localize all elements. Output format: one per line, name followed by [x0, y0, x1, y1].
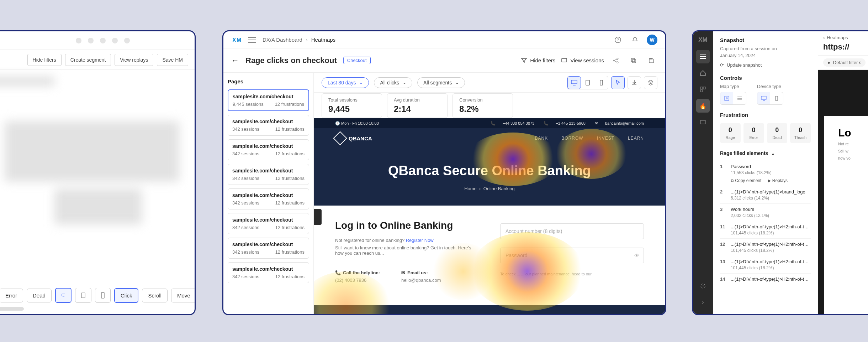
element-item[interactable]: 1Password11,553 clicks (18.2%)⧉ Copy ele…: [720, 161, 811, 186]
rail-item-settings[interactable]: [696, 279, 710, 293]
nav-item: BANK: [535, 136, 548, 141]
page-card[interactable]: samplesite.com/checkout342 sessions12 fr…: [228, 188, 309, 209]
error-button[interactable]: Error: [0, 289, 23, 302]
filters-row: Last 30 days⌄ All clicks⌄ All segments⌄: [314, 73, 665, 93]
window-center: XM DX/A Dashboard › Heatmaps ? W ← Rage …: [222, 30, 666, 315]
desktop-icon[interactable]: [55, 288, 72, 303]
svg-rect-2: [81, 293, 85, 298]
tab-dot[interactable]: [100, 38, 106, 43]
view-sessions-button[interactable]: View sessions: [561, 57, 604, 64]
rail-item-heatmap[interactable]: 🔥: [696, 99, 710, 113]
list-icon[interactable]: [733, 92, 746, 104]
chevron-down-icon: ⌄: [455, 80, 459, 85]
hide-filters-button[interactable]: Hide filters: [27, 54, 62, 66]
heatmap-icon[interactable]: [720, 92, 733, 104]
svg-point-10: [617, 58, 618, 59]
layers-icon[interactable]: [644, 76, 657, 89]
download-icon[interactable]: [628, 76, 641, 89]
snapshot-heading: Snapshot: [720, 37, 811, 43]
clicks-filter[interactable]: All clicks⌄: [374, 77, 412, 88]
element-item[interactable]: 14...(1)>DIV:nth-of-type(1)>H2:nth-of-ty…: [720, 274, 811, 286]
rail-item-menu[interactable]: [696, 50, 710, 63]
page-card[interactable]: samplesite.com/checkout342 sessions12 fr…: [228, 238, 309, 259]
tablet-icon[interactable]: [581, 76, 594, 89]
scroll-button[interactable]: Scroll: [142, 289, 168, 302]
mobile-icon[interactable]: [770, 92, 783, 104]
rail-item-home[interactable]: [696, 66, 710, 80]
view-replays-button[interactable]: View replays: [115, 54, 153, 66]
tab-dot[interactable]: [124, 38, 130, 43]
stat-total-sessions: Total sessions9,445: [322, 93, 382, 118]
svg-rect-25: [703, 87, 705, 89]
svg-point-11: [617, 62, 618, 63]
element-item[interactable]: 2...(1)>DIV:nth-of-type(1)>brand_logo6,3…: [720, 186, 811, 204]
expand-rail-icon[interactable]: ›: [696, 296, 710, 309]
date-filter[interactable]: Last 30 days⌄: [322, 77, 369, 88]
update-snapshot-button[interactable]: ⟳Update snapshot: [720, 62, 811, 68]
element-item[interactable]: 12...(1)>DIV:nth-of-type(1)>H2:nth-of-ty…: [720, 239, 811, 256]
nav-rail: XM 🔥 ›: [693, 31, 713, 314]
desktop-icon[interactable]: [757, 92, 770, 104]
rail-item-dashboard[interactable]: [696, 83, 710, 96]
pages-sidebar: Pages samplesite.com/checkout9,445 sessi…: [223, 73, 314, 314]
frustration-card[interactable]: 0Thrash: [790, 123, 811, 143]
stat-conversion: Conversion8.2%: [452, 93, 513, 118]
svg-rect-36: [776, 96, 778, 100]
rail-item-sessions[interactable]: [696, 115, 710, 129]
eye-icon: 👁: [634, 253, 639, 258]
avatar[interactable]: W: [647, 35, 657, 45]
hide-filters-button[interactable]: Hide filters: [521, 57, 555, 64]
cursor-toggle[interactable]: [611, 76, 625, 89]
move-button[interactable]: Move: [171, 289, 196, 302]
frustration-card[interactable]: 0Dead: [767, 123, 788, 143]
back-to-heatmaps[interactable]: ‹ Heatmaps: [823, 35, 868, 40]
mobile-icon[interactable]: [594, 76, 608, 89]
frustration-card[interactable]: 0Rage: [720, 123, 741, 143]
svg-rect-26: [700, 90, 703, 92]
element-item[interactable]: 11...(1)>DIV:nth-of-type(1)>H2:nth-of-ty…: [720, 221, 811, 239]
preview-nav: QBANCA BANK BORROW INVEST LEARN: [314, 128, 665, 148]
page-card[interactable]: samplesite.com/checkout342 sessions12 fr…: [228, 115, 309, 136]
breadcrumb-item[interactable]: DX/A Dashboard: [263, 37, 302, 43]
segments-filter[interactable]: All segments⌄: [417, 77, 465, 88]
help-icon[interactable]: ?: [613, 35, 623, 45]
element-item[interactable]: 3Work hours2,002 clicks (12.1%): [720, 204, 811, 221]
copy-element-button: ⧉ Copy element: [731, 178, 761, 183]
copy-icon[interactable]: [628, 55, 640, 67]
nav-item: BORROW: [561, 136, 583, 141]
scrollbar[interactable]: [0, 307, 24, 311]
tab-dot[interactable]: [76, 38, 81, 43]
svg-line-12: [615, 59, 617, 60]
dead-button[interactable]: Dead: [27, 289, 52, 302]
svg-point-28: [702, 285, 704, 287]
share-icon[interactable]: [610, 55, 622, 67]
page-card[interactable]: samplesite.com/checkout9,445 sessions12 …: [228, 89, 309, 111]
frustration-card[interactable]: 0Error: [743, 123, 764, 143]
svg-rect-14: [631, 58, 635, 62]
save-icon[interactable]: [645, 55, 657, 67]
feedback-tab: [314, 209, 322, 225]
tablet-icon[interactable]: [75, 288, 91, 303]
window-right: XM 🔥 › Snapshot Captured from a session …: [692, 30, 868, 315]
mobile-icon[interactable]: [95, 288, 111, 303]
save-hm-button[interactable]: Save HM: [157, 54, 188, 66]
page-card[interactable]: samplesite.com/checkout342 sessions12 fr…: [228, 139, 309, 160]
rage-elements-toggle[interactable]: Rage filled elements⌄: [720, 150, 811, 156]
menu-icon[interactable]: [248, 37, 256, 43]
click-button[interactable]: Click: [114, 288, 139, 303]
xm-logo: XM: [231, 35, 242, 45]
page-card[interactable]: samplesite.com/checkout342 sessions12 fr…: [228, 262, 309, 283]
svg-rect-34: [761, 96, 766, 99]
bell-icon[interactable]: [630, 35, 640, 45]
page-card[interactable]: samplesite.com/checkout342 sessions12 fr…: [228, 164, 309, 185]
tab-dot[interactable]: [112, 38, 118, 43]
tab-dot[interactable]: [88, 38, 94, 43]
brand-logo: QBANCA: [335, 133, 372, 143]
filter-chip[interactable]: ● Default filter s: [823, 58, 866, 67]
element-item[interactable]: 13...(1)>DIV:nth-of-type(1)>H2:nth-of-ty…: [720, 256, 811, 274]
page-card[interactable]: samplesite.com/checkout342 sessions12 fr…: [228, 213, 309, 234]
svg-text:M: M: [237, 37, 241, 43]
create-segment-button[interactable]: Create segment: [65, 54, 111, 66]
back-arrow-icon[interactable]: ←: [231, 56, 239, 65]
desktop-icon[interactable]: [567, 76, 581, 89]
